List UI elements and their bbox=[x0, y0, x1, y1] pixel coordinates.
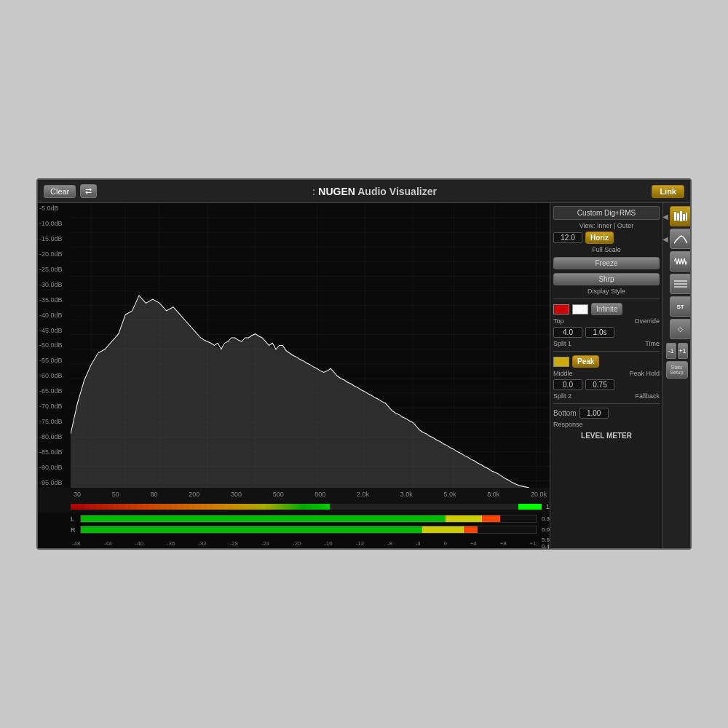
lr-right-values: 0.3 bbox=[542, 515, 550, 522]
spectrum-area: -5.0dB -10.0dB -15.0dB -20.0dB -25.0dB -… bbox=[38, 203, 550, 548]
sidebar-arrow2: ◀ bbox=[662, 229, 668, 249]
right-panel: Custom Dig+RMS View: Inner | Outer Horiz… bbox=[550, 203, 662, 548]
db-scale-label: -40 bbox=[135, 540, 144, 547]
sidebar-btn-spectrum[interactable] bbox=[670, 229, 691, 249]
left-meter-red bbox=[482, 515, 500, 522]
sidebar-top-group: ◀ bbox=[662, 206, 691, 226]
db-labels: -5.0dB -10.0dB -15.0dB -20.0dB -25.0dB -… bbox=[39, 203, 72, 488]
freq-label: 30 bbox=[74, 491, 81, 498]
scale-input[interactable] bbox=[553, 232, 582, 243]
sidebar-btn-plus[interactable]: +1 bbox=[678, 343, 688, 359]
db-label: -60.0dB bbox=[39, 372, 72, 379]
right-vals-extra: 5.6 0.4 bbox=[542, 537, 550, 548]
meter-fill bbox=[71, 504, 330, 510]
peak-button[interactable]: Peak bbox=[572, 355, 599, 368]
top-color-row: Infinite bbox=[553, 303, 660, 315]
middle-peak-row: Peak bbox=[553, 355, 660, 368]
response-input[interactable] bbox=[579, 408, 609, 419]
sidebar-group5: ST bbox=[662, 296, 691, 317]
sidebar-btn-stats[interactable]: Stats Setup bbox=[666, 361, 688, 379]
db-scale-label: -16 bbox=[324, 540, 333, 547]
db-label: -15.0dB bbox=[39, 235, 72, 242]
meter-track bbox=[71, 504, 542, 510]
separator2 bbox=[553, 351, 660, 352]
right-meter-red bbox=[464, 526, 478, 533]
db-scale-label: 0 bbox=[444, 540, 447, 547]
svg-rect-33 bbox=[680, 211, 682, 221]
db-label: -10.0dB bbox=[39, 220, 72, 227]
freq-label: 3.0k bbox=[400, 491, 413, 498]
split2-input[interactable] bbox=[553, 379, 582, 390]
right-val-2: 6.0 bbox=[542, 526, 550, 533]
swatch-white[interactable] bbox=[572, 304, 588, 314]
db-label: -25.0dB bbox=[39, 266, 72, 273]
freq-label: 800 bbox=[314, 491, 325, 498]
right-sidebar: ◀ ◀ bbox=[662, 203, 690, 548]
right-meter-track bbox=[80, 526, 537, 534]
db-label: -55.0dB bbox=[39, 357, 72, 364]
sidebar-minus-plus: -1 +1 bbox=[666, 343, 688, 359]
swatch-red[interactable] bbox=[553, 304, 569, 314]
fallback-input[interactable] bbox=[585, 379, 614, 390]
horiz-button[interactable]: Horiz bbox=[585, 232, 614, 244]
freeze-button[interactable]: Freeze bbox=[553, 257, 660, 269]
bottom-label: Bottom bbox=[553, 409, 577, 417]
top-label: Top bbox=[553, 317, 564, 325]
middle-label: Middle bbox=[553, 370, 573, 377]
infinite-button[interactable]: Infinite bbox=[591, 303, 622, 315]
db-scale-label: -8 bbox=[387, 540, 392, 547]
sidebar-group3 bbox=[662, 251, 691, 272]
swatch-yellow[interactable] bbox=[553, 357, 569, 367]
db-scale-label: -28 bbox=[229, 540, 238, 547]
clear-button[interactable]: Clear bbox=[44, 185, 76, 198]
sidebar-btn-bars[interactable] bbox=[670, 206, 691, 226]
split2-fallback-labels: Split 2 Fallback bbox=[553, 392, 660, 400]
sidebar-arrow: ◀ bbox=[662, 206, 668, 226]
bottom-response-row: Bottom bbox=[553, 408, 660, 419]
full-scale-label: Full Scale bbox=[553, 246, 660, 253]
toolbar-left: Clear ⇄ bbox=[44, 184, 97, 198]
display-mode-box[interactable]: Custom Dig+RMS bbox=[553, 206, 660, 220]
sidebar-btn-minus[interactable]: -1 bbox=[666, 343, 676, 359]
split2-label: Split 2 bbox=[553, 392, 571, 400]
split1-label: Split 1 bbox=[553, 340, 571, 347]
spectrum-canvas: -5.0dB -10.0dB -15.0dB -20.0dB -25.0dB -… bbox=[38, 203, 550, 488]
sidebar-btn-lines[interactable] bbox=[670, 274, 691, 294]
right-vals-col: 6.0 bbox=[542, 526, 550, 533]
db-label: -30.0dB bbox=[39, 281, 72, 288]
sidebar-btn-wave[interactable] bbox=[670, 251, 691, 272]
swap-button[interactable]: ⇄ bbox=[80, 184, 97, 198]
right-meter-yellow bbox=[422, 526, 463, 533]
freq-label: 80 bbox=[150, 491, 157, 498]
split1-time-row bbox=[553, 327, 660, 338]
link-button[interactable]: Link bbox=[652, 185, 684, 198]
right-channel-label: R bbox=[71, 526, 78, 534]
sidebar-btn-diamond[interactable]: ◇ bbox=[670, 319, 691, 339]
stats-label: Stats bbox=[671, 365, 683, 370]
setup-label: Setup bbox=[670, 370, 683, 375]
val-56: 5.6 bbox=[542, 537, 550, 543]
lr-row-left: L 0.3 bbox=[71, 514, 550, 523]
display-style-label: Display Style bbox=[553, 288, 660, 295]
sidebar-btn-st[interactable]: ST bbox=[670, 296, 691, 317]
scale-row: Horiz bbox=[553, 232, 660, 244]
split1-input[interactable] bbox=[553, 327, 582, 338]
separator3 bbox=[553, 403, 660, 404]
svg-marker-30 bbox=[71, 296, 550, 488]
spectrum-meter-bar: 1 bbox=[38, 501, 550, 513]
view-text: View: Inner | Outer bbox=[553, 222, 660, 229]
lr-meters: L 0.3 R bbox=[38, 513, 550, 538]
response-label: Response bbox=[553, 421, 583, 428]
svg-rect-35 bbox=[686, 213, 687, 221]
freq-label: 500 bbox=[273, 491, 284, 498]
middle-peak-labels: Middle Peak Hold bbox=[553, 370, 660, 377]
db-scale-label: +4 bbox=[470, 540, 477, 547]
time-input[interactable] bbox=[585, 327, 614, 338]
freq-label: 300 bbox=[231, 491, 242, 498]
brand-name: NUGEN bbox=[318, 186, 355, 197]
app-title: : NUGEN Audio Visualizer bbox=[312, 186, 437, 197]
shrp-button[interactable]: Shrp bbox=[553, 273, 660, 285]
db-label: -65.0dB bbox=[39, 387, 72, 395]
sidebar-group6: ◇ bbox=[662, 319, 691, 339]
main-area: -5.0dB -10.0dB -15.0dB -20.0dB -25.0dB -… bbox=[38, 203, 690, 548]
